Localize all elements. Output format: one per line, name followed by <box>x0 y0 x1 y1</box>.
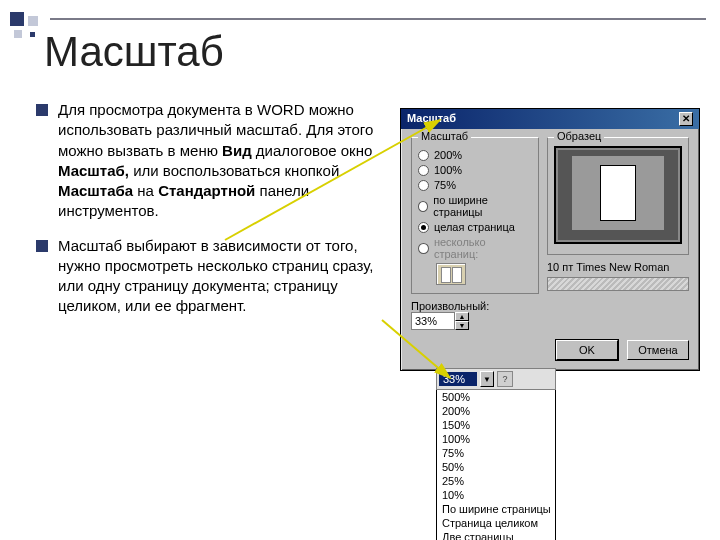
close-icon[interactable]: ✕ <box>679 112 693 126</box>
zoom-option[interactable]: Страница целиком <box>437 516 555 530</box>
title-rule <box>50 18 706 20</box>
fieldset-legend-scale: Масштаб <box>418 130 471 142</box>
zoom-option[interactable]: По ширине страницы <box>437 502 555 516</box>
preview-monitor <box>554 146 682 244</box>
zoom-dropdown-list: 500% 200% 150% 100% 75% 50% 25% 10% По ш… <box>436 390 556 540</box>
dialog-title: Масштаб <box>407 112 456 126</box>
bullet-2: Масштаб выбирают в зависимости от того, … <box>58 236 382 317</box>
zoom-option[interactable]: 500% <box>437 390 555 404</box>
ok-button[interactable]: OK <box>556 340 618 360</box>
chevron-down-icon[interactable]: ▼ <box>480 371 494 387</box>
radio-100[interactable]: 100% <box>418 164 532 176</box>
custom-zoom-label: Произвольный: <box>411 300 489 312</box>
body-text: Для просмотра документа в WORD можно исп… <box>36 100 382 331</box>
zoom-option[interactable]: 200% <box>437 404 555 418</box>
zoom-dialog: Масштаб ✕ Масштаб 200% 100% 75% по ширин… <box>400 108 700 371</box>
dialog-titlebar[interactable]: Масштаб ✕ <box>401 109 699 129</box>
page-title: Масштаб <box>44 28 224 76</box>
zoom-option[interactable]: 100% <box>437 432 555 446</box>
radio-75[interactable]: 75% <box>418 179 532 191</box>
zoom-option[interactable]: Две страницы <box>437 530 555 540</box>
radio-whole-page[interactable]: целая страница <box>418 221 532 233</box>
multi-page-icon[interactable] <box>436 263 466 285</box>
radio-200[interactable]: 200% <box>418 149 532 161</box>
help-icon[interactable]: ? <box>497 371 513 387</box>
radio-page-width[interactable]: по ширине страницы <box>418 194 532 218</box>
zoom-option[interactable]: 10% <box>437 488 555 502</box>
spin-up-icon[interactable]: ▲ <box>455 312 469 321</box>
zoom-combo-value[interactable]: 33% <box>439 372 477 386</box>
cancel-button[interactable]: Отмена <box>627 340 689 360</box>
custom-zoom-input[interactable] <box>411 312 455 330</box>
zoom-toolbar-dropdown: 33% ▼ ? 500% 200% 150% 100% 75% 50% 25% … <box>436 368 556 540</box>
zoom-option[interactable]: 50% <box>437 460 555 474</box>
bullet-1: Для просмотра документа в WORD можно исп… <box>58 100 382 222</box>
zoom-option[interactable]: 75% <box>437 446 555 460</box>
zoom-option[interactable]: 25% <box>437 474 555 488</box>
preview-text-bar <box>547 277 689 291</box>
preview-font-caption: 10 пт Times New Roman <box>547 261 689 273</box>
spin-down-icon[interactable]: ▼ <box>455 321 469 330</box>
zoom-option[interactable]: 150% <box>437 418 555 432</box>
bullet-marker <box>36 104 48 116</box>
fieldset-legend-preview: Образец <box>554 130 604 142</box>
radio-multi-pages[interactable]: несколько страниц: <box>418 236 532 260</box>
bullet-marker <box>36 240 48 252</box>
